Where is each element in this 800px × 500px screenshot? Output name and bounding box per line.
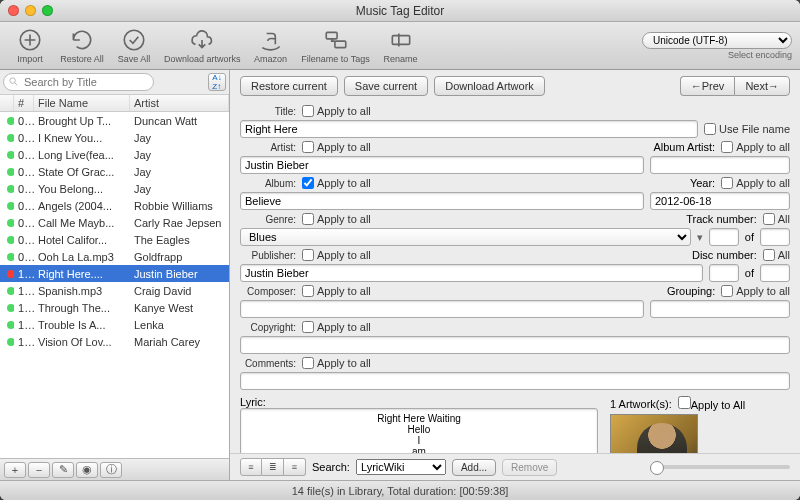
row-artist: The Eagles <box>130 234 229 246</box>
amazon-button[interactable]: Amazon <box>249 27 293 64</box>
table-row[interactable]: 11Spanish.mp3Craig David <box>0 282 229 299</box>
table-row[interactable]: 13Trouble Is A...Lenka <box>0 316 229 333</box>
remove-artwork-button[interactable]: Remove <box>502 459 557 476</box>
artwork-thumbnail[interactable] <box>610 414 698 453</box>
search-source-select[interactable]: LyricWiki <box>356 459 446 475</box>
row-artist: Carly Rae Jepsen <box>130 217 229 229</box>
table-row[interactable]: 01Brought Up T...Duncan Watt <box>0 112 229 129</box>
edit-file-button[interactable]: ✎ <box>52 462 74 478</box>
restore-all-button[interactable]: Restore All <box>60 27 104 64</box>
disc-2-field[interactable] <box>760 264 790 282</box>
publisher-apply-all[interactable]: Apply to all <box>302 249 371 261</box>
genre-apply-all[interactable]: Apply to all <box>302 213 371 225</box>
track-1-field[interactable] <box>709 228 739 246</box>
sort-button[interactable]: A↓Z↑ <box>208 73 226 91</box>
status-dot-icon <box>7 321 14 329</box>
year-field[interactable] <box>650 192 790 210</box>
reveal-button[interactable]: ◉ <box>76 462 98 478</box>
download-artworks-button[interactable]: Download artworks <box>164 27 241 64</box>
artist-apply-all[interactable]: Apply to all <box>302 141 371 153</box>
next-button[interactable]: Next→ <box>734 76 790 96</box>
copyright-field[interactable] <box>240 336 790 354</box>
publisher-field[interactable] <box>240 264 703 282</box>
table-row[interactable]: 06Angels (2004...Robbie Williams <box>0 197 229 214</box>
row-num: 07 <box>14 217 34 229</box>
track-all[interactable]: All <box>763 213 790 225</box>
genre-label: Genre: <box>240 214 296 225</box>
disc-1-field[interactable] <box>709 264 739 282</box>
grouping-field[interactable] <box>650 300 790 318</box>
save-all-button[interactable]: Save All <box>112 27 156 64</box>
header-artist[interactable]: Artist <box>130 95 229 111</box>
disc-all[interactable]: All <box>763 249 790 261</box>
row-artist: Lenka <box>130 319 229 331</box>
lyric-field[interactable] <box>240 408 598 453</box>
copyright-apply-all[interactable]: Apply to all <box>302 321 371 333</box>
filename-to-tags-button[interactable]: Filename to Tags <box>301 27 371 64</box>
header-num[interactable]: # <box>14 95 34 111</box>
encoding-select[interactable]: Unicode (UTF-8) <box>642 32 792 49</box>
header-filename[interactable]: File Name <box>34 95 130 111</box>
cloud-download-icon <box>189 27 215 53</box>
comments-apply-all[interactable]: Apply to all <box>302 357 371 369</box>
use-filename-check[interactable]: Use File name <box>704 123 790 135</box>
album-artist-apply-all[interactable]: Apply to all <box>721 141 790 153</box>
artwork-apply-all[interactable]: Apply to All <box>678 396 745 411</box>
table-row[interactable]: 10Right Here....Justin Bieber <box>0 265 229 282</box>
row-filename: Right Here.... <box>34 268 130 280</box>
import-button[interactable]: Import <box>8 27 52 64</box>
comments-field[interactable] <box>240 372 790 390</box>
close-icon[interactable] <box>8 5 19 16</box>
download-artwork-button[interactable]: Download Artwork <box>434 76 545 96</box>
row-artist: Jay <box>130 149 229 161</box>
restore-current-button[interactable]: Restore current <box>240 76 338 96</box>
zoom-icon[interactable] <box>42 5 53 16</box>
table-row[interactable]: 09Ooh La La.mp3Goldfrapp <box>0 248 229 265</box>
remove-file-button[interactable]: − <box>28 462 50 478</box>
title-apply-all[interactable]: Apply to all <box>302 105 371 117</box>
plus-circle-icon <box>17 27 43 53</box>
search-icon <box>8 76 19 87</box>
row-filename: I Knew You... <box>34 132 130 144</box>
grouping-apply-all[interactable]: Apply to all <box>721 285 790 297</box>
album-artist-field[interactable] <box>650 156 790 174</box>
album-apply-all[interactable]: Apply to all <box>302 177 371 189</box>
alignment-segment: ≡ ≣ ≡ <box>240 458 306 476</box>
info-button[interactable]: ⓘ <box>100 462 122 478</box>
table-row[interactable]: 02I Knew You...Jay <box>0 129 229 146</box>
genre-select[interactable]: Blues <box>240 228 691 246</box>
track-2-field[interactable] <box>760 228 790 246</box>
lyric-label: Lyric: <box>240 396 266 408</box>
save-current-button[interactable]: Save current <box>344 76 428 96</box>
table-row[interactable]: 05You Belong...Jay <box>0 180 229 197</box>
year-apply-all[interactable]: Apply to all <box>721 177 790 189</box>
list-header: # File Name Artist <box>0 95 229 112</box>
table-row[interactable]: 03Long Live(fea...Jay <box>0 146 229 163</box>
file-list[interactable]: 01Brought Up T...Duncan Watt02I Knew You… <box>0 112 229 458</box>
align-center-button[interactable]: ≣ <box>262 458 284 476</box>
amazon-icon <box>258 27 284 53</box>
prev-button[interactable]: ←Prev <box>680 76 735 96</box>
align-right-button[interactable]: ≡ <box>284 458 306 476</box>
album-field[interactable] <box>240 192 644 210</box>
composer-field[interactable] <box>240 300 644 318</box>
table-row[interactable]: 14Vision Of Lov...Mariah Carey <box>0 333 229 350</box>
table-row[interactable]: 08Hotel Califor...The Eagles <box>0 231 229 248</box>
align-left-button[interactable]: ≡ <box>240 458 262 476</box>
add-artwork-button[interactable]: Add... <box>452 459 496 476</box>
table-row[interactable]: 07Call Me Mayb...Carly Rae Jepsen <box>0 214 229 231</box>
title-field[interactable] <box>240 120 698 138</box>
table-row[interactable]: 12Through The...Kanye West <box>0 299 229 316</box>
main: A↓Z↑ # File Name Artist 01Brought Up T..… <box>0 70 800 480</box>
row-filename: Ooh La La.mp3 <box>34 251 130 263</box>
table-row[interactable]: 04State Of Grac...Jay <box>0 163 229 180</box>
zoom-slider[interactable] <box>650 465 790 469</box>
search-input[interactable] <box>3 73 154 91</box>
composer-apply-all[interactable]: Apply to all <box>302 285 371 297</box>
add-file-button[interactable]: + <box>4 462 26 478</box>
rename-button[interactable]: Rename <box>379 27 423 64</box>
genre-arrow-icon: ▾ <box>697 231 703 244</box>
row-filename: Trouble Is A... <box>34 319 130 331</box>
minimize-icon[interactable] <box>25 5 36 16</box>
artist-field[interactable] <box>240 156 644 174</box>
